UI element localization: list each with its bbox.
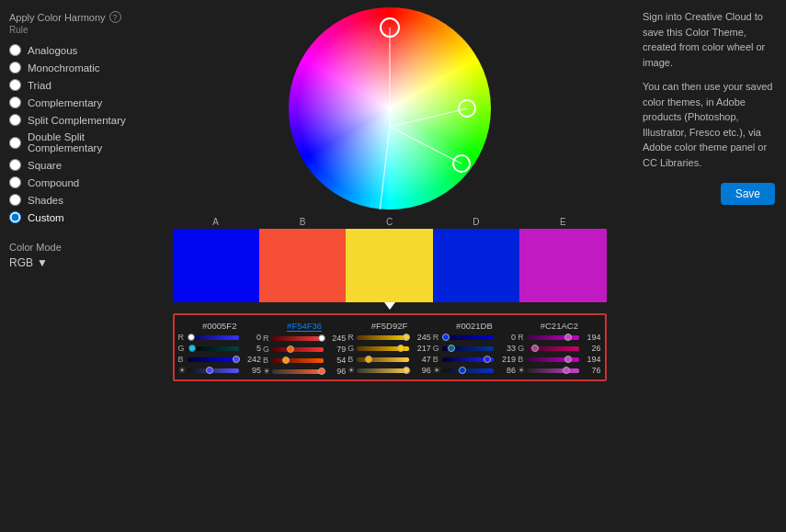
r-track-1[interactable]	[272, 336, 324, 341]
channel-row-lum-4: ☀ 76	[518, 366, 600, 375]
b-track-0[interactable]	[188, 357, 239, 362]
channel-row-b-2: B 47	[347, 355, 430, 364]
color-mode-value: RGB	[9, 256, 33, 269]
swatch-a[interactable]	[173, 229, 259, 302]
swatch-b[interactable]	[259, 229, 346, 302]
channel-row-g-3: G 33	[433, 344, 516, 353]
color-col-1: #F54F36 R 245 G 79	[263, 321, 346, 376]
hex-4[interactable]: #C21AC2	[541, 321, 578, 331]
channel-row-g-1: G 79	[263, 345, 346, 354]
rule-custom[interactable]: Custom	[9, 211, 138, 223]
swatch-label-c: C	[346, 217, 432, 227]
channel-row-lum-1: ☀ 96	[263, 367, 346, 376]
hex-3[interactable]: #0021DB	[456, 321, 493, 331]
panel-subtitle: Rule	[9, 25, 138, 35]
b-track-4[interactable]	[527, 357, 578, 362]
rule-triad[interactable]: Triad	[9, 79, 138, 91]
b-label-0: B	[178, 355, 186, 364]
swatches-row	[173, 229, 607, 302]
lum-track-2[interactable]	[357, 368, 408, 373]
right-panel: Sign into Creative Cloud to save this Co…	[632, 0, 786, 532]
rule-complementary[interactable]: Complementary	[9, 96, 138, 108]
channel-row-r-1: R 245	[263, 334, 346, 343]
color-col-0: #0005F2 R 0 G 5	[178, 321, 261, 376]
color-col-4: #C21AC2 R 194 G 26	[518, 321, 600, 376]
wheel-overlay	[289, 7, 491, 209]
b-val-0: 242	[241, 355, 261, 364]
info-text-1: Sign into Creative Cloud to save this Co…	[643, 9, 775, 70]
b-track-2[interactable]	[357, 357, 408, 362]
rule-square[interactable]: Square	[9, 159, 138, 171]
lum-track-0[interactable]	[188, 368, 239, 373]
channel-row-r-3: R 0	[433, 333, 516, 342]
harmony-rules: Analogous Monochromatic Triad Complement…	[9, 44, 138, 223]
rule-compound[interactable]: Compound	[9, 176, 138, 188]
info-text-2: You can then use your saved color themes…	[643, 79, 775, 170]
color-editor-cols: #0005F2 R 0 G 5	[178, 321, 601, 376]
swatch-arrow-icon	[384, 302, 395, 310]
lum-track-1[interactable]	[272, 369, 324, 374]
b-track-3[interactable]	[442, 357, 494, 362]
g-track-1[interactable]	[272, 347, 324, 352]
svg-line-2	[390, 127, 461, 164]
r-val-0: 0	[241, 333, 261, 342]
color-col-3: #0021DB R 0 G 33	[433, 321, 516, 376]
save-button[interactable]: Save	[721, 183, 775, 205]
hex-1[interactable]: #F54F36	[287, 321, 322, 332]
swatch-c[interactable]	[346, 229, 432, 302]
panel-title: Apply Color Harmony ?	[9, 11, 138, 23]
color-mode-select[interactable]: RGB ▼	[9, 256, 138, 269]
channel-row-lum-2: ☀ 96	[347, 366, 430, 375]
g-track-4[interactable]	[527, 346, 578, 351]
g-track-2[interactable]	[357, 346, 408, 351]
b-track-1[interactable]	[272, 358, 324, 363]
rule-split-complementary[interactable]: Split Complementary	[9, 114, 138, 126]
rule-double-split[interactable]: Double Split Complementary	[9, 131, 138, 153]
svg-line-3	[378, 127, 390, 209]
g-val-0: 5	[241, 344, 261, 353]
r-track-3[interactable]	[442, 335, 494, 340]
r-track-4[interactable]	[527, 335, 578, 340]
channel-row-lum-0: ☀ 95	[178, 366, 261, 375]
swatch-labels-row: A B C D E	[173, 217, 607, 227]
swatch-label-b: B	[259, 217, 346, 227]
channel-row-g-2: G 217	[347, 344, 430, 353]
b-dot-0	[233, 356, 240, 363]
lum-track-3[interactable]	[442, 368, 494, 373]
color-mode-label: Color Mode	[9, 242, 138, 253]
g-track-3[interactable]	[442, 346, 494, 351]
help-icon[interactable]: ?	[109, 11, 121, 23]
panel-title-text: Apply Color Harmony	[9, 12, 106, 23]
swatch-d[interactable]	[433, 229, 519, 302]
channel-row-b-3: B 219	[433, 355, 516, 364]
channel-row-r-0: R 0	[178, 333, 261, 342]
lum-track-4[interactable]	[527, 368, 578, 373]
rule-shades[interactable]: Shades	[9, 194, 138, 206]
swatch-label-e: E	[519, 217, 606, 227]
channel-row-g-0: G 5	[178, 344, 261, 353]
svg-line-1	[390, 108, 467, 127]
r-track-2[interactable]	[357, 335, 408, 340]
left-panel: Apply Color Harmony ? Rule Analogous Mon…	[0, 0, 147, 532]
channel-row-r-4: R 194	[518, 333, 600, 342]
hex-0[interactable]: #0005F2	[202, 321, 237, 331]
swatch-label-d: D	[433, 217, 519, 227]
swatch-e[interactable]	[519, 229, 606, 302]
hex-2[interactable]: #F5D92F	[371, 321, 408, 331]
lum-dot-0	[206, 367, 213, 374]
r-dot-0	[188, 334, 195, 341]
color-wheel-container[interactable]	[289, 7, 491, 209]
channel-row-lum-3: ☀ 86	[433, 366, 516, 375]
channel-row-r-2: R 245	[347, 333, 430, 342]
channel-row-b-4: B 194	[518, 355, 600, 364]
lum-val-0: 95	[241, 366, 261, 375]
rule-analogous[interactable]: Analogous	[9, 44, 138, 56]
color-col-2: #F5D92F R 245 G 217	[347, 321, 430, 376]
rule-monochromatic[interactable]: Monochromatic	[9, 62, 138, 74]
r-track-0[interactable]	[188, 335, 239, 340]
lum-label-0: ☀	[178, 366, 186, 375]
g-track-0[interactable]	[188, 346, 239, 351]
g-label-0: G	[178, 344, 186, 353]
middle-panel: A B C D E #0005F2	[147, 0, 632, 532]
dropdown-arrow-icon: ▼	[37, 256, 48, 269]
